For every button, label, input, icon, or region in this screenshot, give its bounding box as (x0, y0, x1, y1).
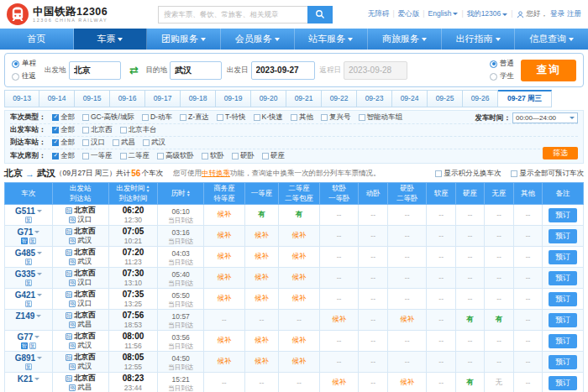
filter-option-train-type-7[interactable]: 复兴号 (321, 112, 351, 123)
nav-item-home[interactable]: 首页 (0, 29, 74, 50)
filter-button[interactable]: 筛选 (543, 147, 578, 159)
transfer-link[interactable]: 中转换乘 (202, 169, 230, 177)
book-button[interactable]: 预订 (549, 334, 577, 348)
date-tab[interactable]: 09-19 (216, 90, 251, 107)
filter-option-arrive-station-3[interactable]: 武汉 (143, 138, 165, 148)
query-button[interactable]: 查询 (521, 60, 576, 81)
seat-cell-1[interactable]: 候补 (204, 352, 245, 373)
filter-all-depart-station[interactable]: 全部 (52, 125, 75, 135)
book-button[interactable]: 预订 (549, 271, 577, 285)
seat-cell-3[interactable]: 候补 (279, 352, 320, 373)
depart-time-select[interactable]: 00:00—24:00 (512, 112, 578, 123)
column-header-4[interactable]: 历时▲▼ (158, 183, 204, 205)
swap-stations-button[interactable]: ⇄ (126, 64, 143, 77)
date-tab[interactable]: 09-13 (4, 90, 39, 107)
filter-option-train-type-8[interactable]: 智能动车组 (359, 112, 403, 123)
seat-cell-2[interactable]: 候补 (244, 331, 279, 352)
date-tab[interactable]: 09-21 (286, 90, 322, 107)
train-number[interactable]: G421 (5, 290, 52, 300)
date-tab[interactable]: 09-20 (251, 90, 286, 107)
top-link-1[interactable]: 无障碍 (368, 9, 390, 19)
filter-option-train-type-5[interactable]: K-快速 (254, 112, 284, 123)
checkbox-bookable-trains[interactable] (511, 170, 517, 177)
login-link[interactable]: 登录 (550, 9, 564, 19)
nav-item-info[interactable]: 信息查询 (515, 29, 588, 50)
nav-item-ticket[interactable]: 车票 (74, 29, 148, 50)
date-tab[interactable]: 09-14 (39, 90, 75, 107)
top-link-4[interactable]: 我的12306 (467, 9, 508, 19)
filter-option-seat-class-3[interactable]: 高级软卧 (157, 151, 194, 161)
filter-option-train-type-3[interactable]: Z-直达 (180, 112, 209, 123)
seat-cell-2[interactable]: 候补 (244, 352, 279, 373)
seat-cell-3[interactable]: 候补 (279, 247, 320, 268)
from-input[interactable] (69, 61, 121, 80)
date-tab[interactable]: 09-16 (110, 90, 145, 107)
book-button[interactable]: 预订 (549, 292, 577, 306)
train-number[interactable]: G891 (5, 353, 52, 363)
seat-cell-2[interactable]: 候补 (244, 226, 279, 247)
nav-item-member[interactable]: 会员服务 (221, 29, 295, 50)
checkbox-points-trains[interactable] (435, 170, 442, 177)
top-link-2[interactable]: 爱心版 (398, 9, 420, 19)
date-tab[interactable]: 09-22 (322, 90, 357, 107)
train-number[interactable]: K21 (5, 374, 52, 384)
seat-cell-1[interactable]: 候补 (204, 331, 245, 352)
book-button[interactable]: 预订 (549, 250, 577, 264)
filter-option-arrive-station-2[interactable]: 武昌 (113, 138, 135, 148)
filter-option-train-type-4[interactable]: T-特快 (217, 112, 246, 123)
filter-option-seat-class-2[interactable]: 二等座 (120, 151, 150, 161)
seat-cell-1[interactable]: 候补 (204, 247, 245, 268)
seat-cell-2[interactable]: 候补 (244, 289, 279, 310)
filter-option-train-type-6[interactable]: 其他 (291, 112, 313, 123)
seat-cell-1[interactable]: 候补 (204, 226, 245, 247)
train-number[interactable]: G71 (5, 227, 52, 237)
seat-cell-3[interactable]: 候补 (279, 289, 320, 310)
seat-cell-3[interactable]: 候补 (279, 268, 320, 289)
train-number[interactable]: Z149 (5, 311, 52, 321)
column-header-3[interactable]: 出发时间▲▼到达时间 (108, 183, 158, 205)
date-tab[interactable]: 09-18 (181, 90, 216, 107)
depart-date-input[interactable] (251, 61, 315, 80)
top-link-3[interactable]: English (428, 9, 459, 18)
date-tab[interactable]: 09-25 (428, 90, 463, 107)
register-link[interactable]: 注册 (567, 9, 581, 19)
seat-cell-1[interactable]: 候补 (204, 268, 245, 289)
filter-all-arrive-station[interactable]: 全部 (52, 138, 75, 148)
date-tab-active[interactable]: 09-27 周三 (498, 90, 552, 107)
train-number[interactable]: G335 (5, 269, 52, 279)
seat-cell-3[interactable]: 候补 (279, 331, 320, 352)
passenger-type-option-2[interactable]: 学生 (490, 71, 514, 81)
filter-option-depart-station-1[interactable]: 北京西 (82, 125, 113, 135)
book-button[interactable]: 预订 (549, 229, 577, 243)
nav-item-station[interactable]: 站车服务 (295, 29, 369, 50)
train-number[interactable]: G77 (5, 332, 52, 342)
seat-cell-1[interactable]: 候补 (204, 205, 245, 226)
nav-item-group[interactable]: 团购服务 (147, 29, 221, 50)
nav-item-guide[interactable]: 出行指南 (442, 29, 516, 50)
seat-cell-4[interactable]: 候补 (319, 373, 359, 392)
filter-option-arrive-station-1[interactable]: 汉口 (82, 138, 105, 148)
book-button[interactable]: 预订 (549, 208, 577, 222)
filter-option-depart-station-2[interactable]: 北京丰台 (120, 125, 157, 135)
filter-option-seat-class-4[interactable]: 软卧 (202, 151, 224, 161)
book-button[interactable]: 预订 (549, 313, 577, 327)
filter-option-train-type-2[interactable]: D-动车 (142, 112, 172, 123)
trip-type-option-1[interactable]: 单程 (12, 59, 36, 69)
date-tab[interactable]: 09-15 (75, 90, 110, 107)
train-number[interactable]: G511 (5, 206, 52, 216)
seat-cell-2[interactable]: 候补 (244, 247, 279, 268)
seat-cell-6[interactable]: 候补 (387, 310, 427, 331)
filter-option-seat-class-6[interactable]: 硬座 (262, 151, 285, 161)
filter-option-train-type-1[interactable]: GC-高铁/城际 (82, 112, 134, 123)
nav-item-business[interactable]: 商旅服务 (368, 29, 442, 50)
date-tab[interactable]: 09-24 (392, 90, 428, 107)
book-button[interactable]: 预订 (549, 376, 577, 390)
date-tab[interactable]: 09-17 (145, 90, 181, 107)
seat-cell-1[interactable]: 候补 (204, 289, 245, 310)
to-input[interactable] (170, 61, 222, 80)
seat-cell-4[interactable]: 候补 (319, 310, 359, 331)
filter-option-seat-class-1[interactable]: 一等座 (82, 151, 113, 161)
filter-all-seat-class[interactable]: 全部 (52, 151, 75, 161)
train-number[interactable]: G485 (5, 248, 52, 258)
passenger-type-option-1[interactable]: 普通 (490, 59, 514, 69)
